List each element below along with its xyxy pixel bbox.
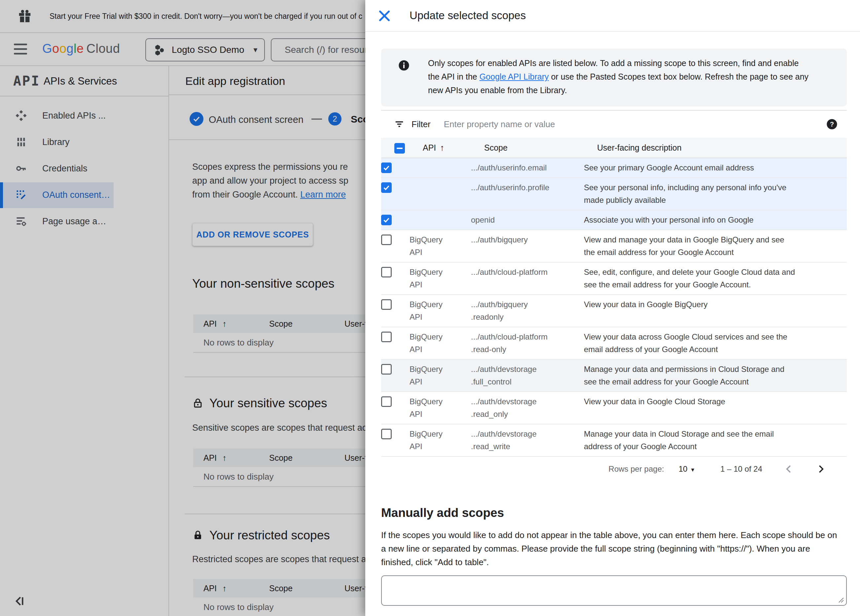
manually-add-scopes-description: If the scopes you would like to add do n… — [381, 528, 850, 569]
row-checkbox[interactable] — [381, 267, 392, 277]
panel-title: Update selected scopes — [410, 9, 526, 22]
filter-icon — [394, 119, 404, 129]
modal-scrim[interactable] — [0, 0, 365, 616]
row-checkbox[interactable] — [381, 162, 392, 173]
filter-placeholder[interactable]: Enter property name or value — [444, 119, 847, 129]
update-scopes-panel: Update selected scopes Only scopes for e… — [365, 0, 860, 616]
rows-per-page-label: Rows per page: — [609, 464, 664, 474]
scope-row[interactable]: BigQuery API .../auth/bigquery .readonly… — [381, 295, 847, 327]
scope-row[interactable]: BigQuery API .../auth/devstorage .full_c… — [381, 360, 847, 392]
close-icon[interactable] — [378, 9, 391, 22]
row-checkbox[interactable] — [381, 396, 392, 407]
select-all-checkbox[interactable] — [394, 143, 405, 154]
scope-row[interactable]: BigQuery API .../auth/bigquery View and … — [381, 230, 847, 262]
pagination-range: 1 – 10 of 24 — [720, 464, 762, 474]
svg-text:?: ? — [830, 121, 834, 128]
scope-row[interactable]: BigQuery API .../auth/cloud-platform .re… — [381, 327, 847, 360]
row-checkbox[interactable] — [381, 429, 392, 439]
caret-down-icon: ▼ — [690, 467, 695, 473]
scope-row[interactable]: BigQuery API .../auth/devstorage .read_w… — [381, 424, 847, 457]
google-api-library-link[interactable]: Google API Library — [480, 72, 549, 81]
row-checkbox[interactable] — [381, 215, 392, 225]
rows-per-page-select[interactable]: 10▼ — [679, 464, 695, 474]
resize-handle-icon[interactable] — [838, 597, 844, 603]
scope-row[interactable]: .../auth/userinfo.profile See your perso… — [381, 178, 847, 211]
row-checkbox[interactable] — [381, 332, 392, 342]
row-checkbox[interactable] — [381, 234, 392, 245]
panel-header: Update selected scopes — [365, 0, 860, 32]
help-icon[interactable]: ? — [826, 119, 838, 130]
scope-row[interactable]: openid Associate you with your personal … — [381, 211, 847, 230]
manually-add-scopes-heading: Manually add scopes — [381, 506, 504, 520]
scope-row[interactable]: BigQuery API .../auth/devstorage .read_o… — [381, 392, 847, 424]
gcp-console: Start your Free Trial with $300 in credi… — [0, 0, 860, 616]
filter-bar[interactable]: Filter Enter property name or value ? — [381, 111, 847, 138]
row-checkbox[interactable] — [381, 299, 392, 310]
manual-scopes-textarea[interactable] — [381, 575, 847, 606]
row-checkbox[interactable] — [381, 182, 392, 193]
scopes-table-header: API↑ Scope User-facing description — [381, 138, 847, 158]
info-banner: Only scopes for enabled APIs are listed … — [381, 49, 847, 106]
scope-row[interactable]: BigQuery API .../auth/cloud-platform See… — [381, 262, 847, 295]
filter-label: Filter — [411, 119, 431, 129]
info-icon — [398, 60, 410, 71]
sort-asc-icon[interactable]: ↑ — [440, 143, 444, 153]
scopes-table-card: Filter Enter property name or value ? AP… — [381, 110, 847, 481]
pagination-bar: Rows per page: 10▼ 1 – 10 of 24 — [381, 457, 847, 481]
previous-page-button[interactable] — [784, 464, 794, 474]
scope-row[interactable]: .../auth/userinfo.email See your primary… — [381, 158, 847, 178]
next-page-button[interactable] — [816, 464, 825, 474]
row-checkbox[interactable] — [381, 364, 392, 374]
